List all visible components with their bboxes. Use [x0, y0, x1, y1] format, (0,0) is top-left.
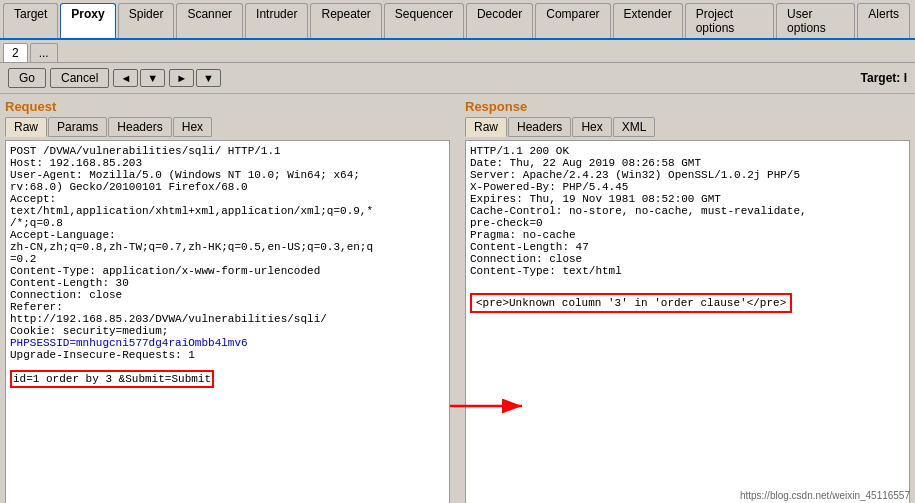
response-tabs: Raw Headers Hex XML	[465, 117, 910, 137]
tab-intruder[interactable]: Intruder	[245, 3, 308, 38]
tab-proxy[interactable]: Proxy	[60, 3, 115, 38]
tab-extender[interactable]: Extender	[613, 3, 683, 38]
tab-scanner[interactable]: Scanner	[176, 3, 243, 38]
request-tab-raw[interactable]: Raw	[5, 117, 47, 137]
tab-decoder[interactable]: Decoder	[466, 3, 533, 38]
tab-repeater[interactable]: Repeater	[310, 3, 381, 38]
tab-comparer[interactable]: Comparer	[535, 3, 610, 38]
red-arrow	[450, 391, 530, 421]
cancel-button[interactable]: Cancel	[50, 68, 109, 88]
request-tab-hex[interactable]: Hex	[173, 117, 212, 137]
prev-button[interactable]: ◄	[113, 69, 138, 87]
response-tab-headers[interactable]: Headers	[508, 117, 571, 137]
tab-alerts[interactable]: Alerts	[857, 3, 910, 38]
secondary-tab-2[interactable]: 2	[3, 43, 28, 62]
request-tabs: Raw Params Headers Hex	[5, 117, 450, 137]
main-content: Request Raw Params Headers Hex POST /DVW…	[0, 94, 915, 503]
toolbar: Go Cancel ◄ ▼ ► ▼ Target: I	[0, 63, 915, 94]
injection-highlight: id=1 order by 3 &Submit=Submit	[10, 370, 214, 388]
tab-target[interactable]: Target	[3, 3, 58, 38]
request-tab-params[interactable]: Params	[48, 117, 107, 137]
response-tab-hex[interactable]: Hex	[572, 117, 611, 137]
go-button[interactable]: Go	[8, 68, 46, 88]
target-label: Target: I	[861, 71, 907, 85]
next-dropdown-button[interactable]: ▼	[196, 69, 221, 87]
secondary-tabs: 2 ...	[0, 40, 915, 63]
tab-spider[interactable]: Spider	[118, 3, 175, 38]
request-panel: Request Raw Params Headers Hex POST /DVW…	[5, 99, 450, 503]
request-title: Request	[5, 99, 450, 114]
arrow-svg	[450, 391, 530, 421]
response-panel: Response Raw Headers Hex XML HTTP/1.1 20…	[465, 99, 910, 503]
request-tab-headers[interactable]: Headers	[108, 117, 171, 137]
response-error-highlight: <pre>Unknown column '3' in 'order clause…	[470, 293, 792, 313]
prev-nav-group: ◄ ▼	[113, 69, 165, 87]
secondary-tab-more[interactable]: ...	[30, 43, 58, 62]
response-tab-raw[interactable]: Raw	[465, 117, 507, 137]
response-content[interactable]: HTTP/1.1 200 OK Date: Thu, 22 Aug 2019 0…	[465, 140, 910, 503]
phpsessid-text: PHPSESSID=mnhugcni577dg4raiOmbb4lmv6	[10, 337, 248, 349]
watermark: https://blog.csdn.net/weixin_45116557	[740, 490, 910, 501]
response-title: Response	[465, 99, 910, 114]
request-content[interactable]: POST /DVWA/vulnerabilities/sqli/ HTTP/1.…	[5, 140, 450, 503]
response-tab-xml[interactable]: XML	[613, 117, 656, 137]
next-button[interactable]: ►	[169, 69, 194, 87]
prev-dropdown-button[interactable]: ▼	[140, 69, 165, 87]
tab-user-options[interactable]: User options	[776, 3, 855, 38]
nav-tabs: Target Proxy Spider Scanner Intruder Rep…	[0, 0, 915, 40]
tab-project-options[interactable]: Project options	[685, 3, 774, 38]
next-nav-group: ► ▼	[169, 69, 221, 87]
tab-sequencer[interactable]: Sequencer	[384, 3, 464, 38]
panel-divider	[455, 99, 460, 503]
